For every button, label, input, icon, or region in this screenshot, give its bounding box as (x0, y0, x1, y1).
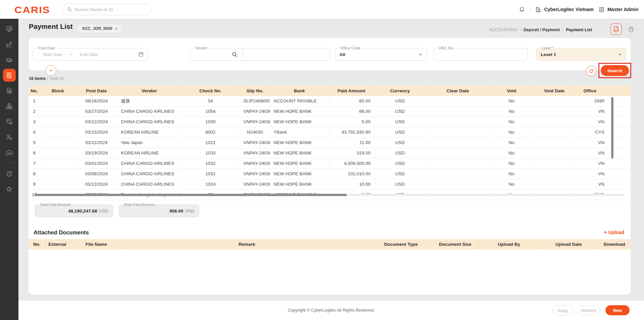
sidebar-item-payment-calculator[interactable]: $ (3, 69, 16, 82)
screen-id-badge[interactable]: ACC_JOR_0040 ★ (78, 25, 121, 33)
cell-no: 3 (29, 117, 40, 127)
print-button[interactable] (625, 24, 637, 35)
payment-row[interactable]: 108/16/2024健康54SLIP24080000ACCOUNT PAYAB… (29, 96, 631, 106)
grid-items-count: 16 items / Total 16 (29, 76, 64, 81)
column-header-post-date[interactable]: Post Date (75, 86, 117, 96)
column-header-no[interactable]: No. (29, 239, 45, 249)
column-header-office[interactable]: Office (575, 86, 631, 96)
items-total-value: Total 16 (49, 76, 64, 81)
start-date-input[interactable] (37, 52, 68, 57)
payment-row[interactable]: 303/12/2024CHINA CARGO AIRLINES1030VNPAY… (29, 117, 631, 127)
column-header-paid-amount[interactable]: Paid Amount (329, 86, 374, 96)
column-header-document-size[interactable]: Document Size (431, 239, 479, 249)
history-button[interactable]: History (577, 305, 600, 315)
vendor-field[interactable]: Vendor (190, 48, 330, 61)
upload-label: Upload (608, 230, 624, 235)
cell-office: VN (575, 138, 631, 148)
payment-row[interactable]: 603/19/2024KOREAN AIRLINE1033VNPAY-24030… (29, 148, 631, 158)
export-xls-button[interactable]: XLS (610, 24, 622, 35)
column-header-upload-date[interactable]: Upload Date (539, 239, 598, 249)
global-search[interactable] (62, 4, 151, 15)
sidebar-item-data-management[interactable] (3, 115, 16, 128)
new-button[interactable]: New (605, 305, 630, 315)
search-button[interactable]: Search (601, 65, 629, 76)
hbl-no-field[interactable]: HB/L No. (433, 48, 528, 61)
column-header-bank[interactable]: Bank (270, 86, 329, 96)
column-header-upload-by[interactable]: Upload By (479, 239, 539, 249)
favorites-star-icon (5, 185, 13, 193)
cell-check-no: 54 (181, 96, 240, 106)
sidebar-item-cargo-boxes[interactable] (3, 100, 16, 112)
sidebar-item-logistics-truck[interactable] (3, 53, 16, 66)
sidebar-item-user-admin[interactable] (3, 131, 16, 143)
level-select[interactable]: Level* Level 1 (536, 48, 626, 61)
cell-bank: NEW HOPE BANK (270, 117, 329, 127)
screen-search-input[interactable] (74, 7, 147, 12)
cell-void: No (490, 148, 533, 158)
caris-logo[interactable]: CARIS (14, 4, 50, 15)
sidebar-item-warehouse[interactable] (3, 146, 16, 159)
payment-row[interactable]: 703/01/2024CHINA CARGO AIRLINES1032VNPAY… (29, 158, 631, 169)
total-label: Total Paid Amount (122, 202, 156, 207)
favorite-star-icon[interactable]: ★ (114, 26, 118, 31)
notifications-bell-icon[interactable] (519, 6, 525, 13)
column-header-slip-no[interactable]: Slip No. (240, 86, 270, 96)
cell-no: 5 (29, 138, 40, 148)
horizontal-scrollbar[interactable] (35, 194, 347, 196)
column-header-external[interactable]: External (45, 239, 69, 249)
hbl-no-input[interactable] (438, 52, 519, 57)
payment-row[interactable]: 503/11/2024Yew Japan1021VNPAY-240301NEW … (29, 138, 631, 148)
sidebar-item-dashboard-monitor[interactable] (3, 22, 16, 35)
reset-button[interactable] (586, 66, 596, 76)
column-header-void[interactable]: Void (490, 86, 533, 96)
end-date-input[interactable] (73, 52, 104, 57)
column-header-check-no[interactable]: Check No. (181, 86, 240, 96)
office-code-select[interactable]: Office Code All (335, 48, 427, 61)
cell-currency: USD (374, 179, 426, 190)
page-title: Payment List (29, 22, 73, 31)
total-paid-amount-vnd: Total Paid Amount 956.00 VND (119, 204, 199, 217)
expand-filters-button[interactable] (46, 65, 56, 76)
cell-vendor: CHINA CARGO AIRLINES (117, 117, 181, 127)
cell-clear-date (426, 106, 490, 117)
total-amount: 48,190,247.68 (68, 209, 97, 214)
column-header-download[interactable]: Download (598, 239, 631, 249)
vertical-scrollbar[interactable] (611, 97, 613, 158)
column-header-document-type[interactable]: Document Type (371, 239, 432, 249)
payment-row[interactable]: 203/27/2024CHINA CARGO AIRLINES1054VNPAY… (29, 106, 631, 117)
cell-currency: USD (374, 158, 426, 169)
sidebar-item-billing-report[interactable]: $ (3, 84, 16, 97)
sidebar-item-favorites-star[interactable] (3, 183, 16, 195)
company-menu[interactable]: CyberLogitec Vietnam (535, 6, 594, 13)
copy-button[interactable]: Copy (552, 305, 573, 315)
column-header-void-date[interactable]: Void Date (533, 86, 575, 96)
level-label: Level* (540, 46, 554, 51)
vendor-search-icon[interactable] (231, 51, 238, 58)
sidebar-item-history-clock[interactable] (3, 167, 16, 180)
upload-button[interactable]: + Upload (604, 229, 624, 235)
user-menu[interactable]: Master Admin (598, 6, 638, 13)
vendor-name-input[interactable] (247, 52, 326, 57)
column-header-vendor[interactable]: Vendor (117, 86, 181, 96)
cell-block (40, 127, 75, 138)
column-header-currency[interactable]: Currency (374, 86, 426, 96)
top-bar: CARIS CyberLogitec Vietnam Master Admin (0, 0, 644, 19)
cell-void: No (490, 158, 533, 169)
cell-void-date (533, 127, 575, 138)
payment-row[interactable]: 803/08/2024CHINA CARGO AIRLINES1031VNPAY… (29, 169, 631, 179)
payment-grid: No.BlockPost DateVendorCheck No.Slip No.… (29, 86, 631, 200)
column-header-clear-date[interactable]: Clear Date (426, 86, 490, 96)
cell-bank: YBank (270, 127, 329, 138)
column-header-file-name[interactable]: File Name (69, 239, 123, 249)
column-header-block[interactable]: Block (40, 86, 75, 96)
column-header-no[interactable]: No. (29, 86, 40, 96)
post-date-range-field[interactable]: Post Date (33, 48, 148, 61)
sidebar-item-revenue-chart[interactable]: $ (3, 38, 16, 51)
billing-report-icon: $ (5, 87, 13, 95)
calendar-icon[interactable] (138, 51, 144, 57)
column-header-remark[interactable]: Remark (123, 239, 371, 249)
payment-row[interactable]: 403/15/2024KOREAN AIRLINE8002N24030YBank… (29, 127, 631, 138)
payment-row[interactable]: 903/12/2024CHINA CARGO AIRLINES1024VNPAY… (29, 179, 631, 190)
cell-block (40, 179, 75, 190)
cell-currency: USD (374, 169, 426, 179)
